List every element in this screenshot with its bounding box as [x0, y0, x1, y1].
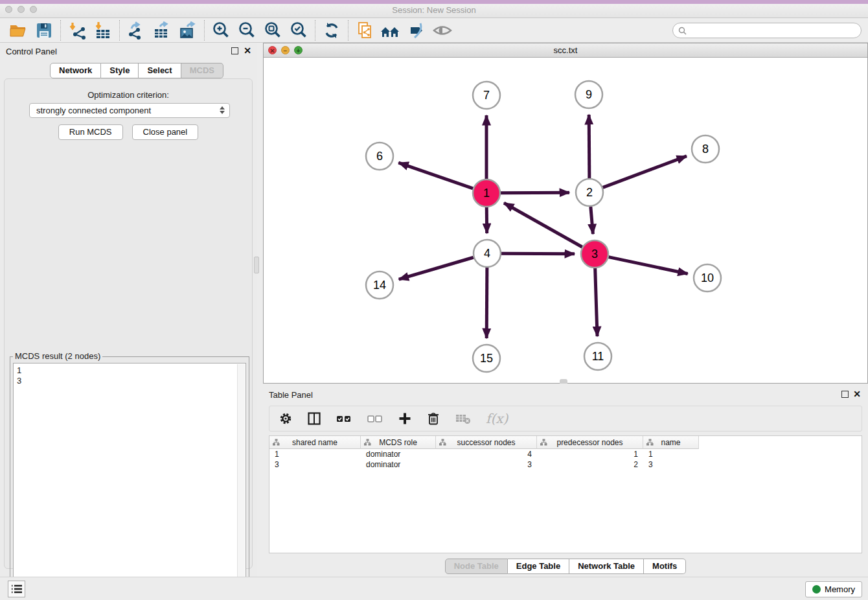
- network-canvas[interactable]: 7968124314101511: [264, 58, 867, 383]
- search-box[interactable]: [672, 23, 862, 38]
- home-button[interactable]: [378, 19, 404, 41]
- node-3[interactable]: 3: [581, 240, 608, 268]
- node-10[interactable]: 10: [694, 264, 721, 292]
- table-row[interactable]: 3dominator323: [269, 459, 862, 470]
- tab-network[interactable]: Network: [50, 63, 101, 78]
- tab-motifs[interactable]: Motifs: [644, 559, 686, 574]
- close-panel-button[interactable]: Close panel: [132, 124, 199, 140]
- edge-1-6[interactable]: [398, 163, 473, 189]
- import-table-button[interactable]: [90, 19, 116, 41]
- export-network-button[interactable]: [123, 19, 149, 41]
- node-label: 4: [484, 247, 490, 260]
- edge-3-10[interactable]: [609, 257, 688, 274]
- add-column-button[interactable]: [398, 409, 412, 428]
- column-header-label: name: [661, 438, 680, 447]
- edge-1-2[interactable]: [501, 192, 569, 193]
- table-panel-float-icon[interactable]: [841, 391, 849, 398]
- zoom-in-button[interactable]: [208, 19, 234, 41]
- table-cell[interactable]: dominator: [361, 449, 436, 459]
- tab-style[interactable]: Style: [101, 63, 139, 78]
- mcds-result-box[interactable]: 13: [13, 363, 246, 597]
- column-header-label: shared name: [292, 438, 337, 447]
- column-header-MCDS-role[interactable]: MCDS role: [361, 436, 436, 449]
- node-4[interactable]: 4: [474, 240, 501, 267]
- edge-3-11[interactable]: [595, 268, 597, 336]
- tab-network-table[interactable]: Network Table: [569, 559, 644, 574]
- zoom-fit-button[interactable]: [260, 19, 286, 41]
- tab-node-table[interactable]: Node Table: [445, 559, 508, 574]
- node-7[interactable]: 7: [473, 82, 500, 109]
- select-all-button[interactable]: [336, 409, 352, 428]
- import-network-button[interactable]: [64, 19, 90, 41]
- column-layout-button[interactable]: [307, 409, 321, 428]
- result-scrollbar[interactable]: [237, 364, 245, 595]
- edge-3-1[interactable]: [504, 203, 582, 247]
- table-panel-close-icon[interactable]: ✕: [853, 389, 861, 399]
- edge-4-15[interactable]: [486, 268, 487, 338]
- delete-column-button[interactable]: [426, 409, 440, 428]
- column-type-icon: [364, 439, 371, 446]
- column-header-predecessor-nodes[interactable]: predecessor nodes: [537, 436, 643, 449]
- edge-4-14[interactable]: [399, 257, 474, 279]
- zoom-selected-button[interactable]: [286, 19, 312, 41]
- table-row[interactable]: 1dominator411: [269, 449, 862, 459]
- export-table-button[interactable]: [149, 19, 175, 41]
- table-cell[interactable]: 4: [436, 449, 537, 459]
- refresh-view-button[interactable]: [319, 19, 345, 41]
- column-header-successor-nodes[interactable]: successor nodes: [436, 436, 537, 449]
- node-2[interactable]: 2: [576, 179, 603, 206]
- export-image-button[interactable]: [175, 19, 201, 41]
- table-cell[interactable]: 1: [537, 449, 643, 459]
- network-graph[interactable]: 7968124314101511: [264, 58, 867, 383]
- tab-select[interactable]: Select: [139, 63, 181, 78]
- node-6[interactable]: 6: [366, 143, 393, 170]
- toolbar-separator: [204, 20, 205, 41]
- node-9[interactable]: 9: [575, 81, 602, 108]
- task-history-button[interactable]: [8, 581, 25, 597]
- table-cell[interactable]: dominator: [361, 459, 436, 470]
- tab-mcds[interactable]: MCDS: [181, 63, 223, 78]
- edge-4-3[interactable]: [501, 253, 575, 254]
- edge-2-9[interactable]: [589, 115, 589, 178]
- node-8[interactable]: 8: [692, 135, 719, 163]
- run-mcds-button[interactable]: Run MCDS: [58, 124, 123, 140]
- zoom-out-button[interactable]: [234, 19, 260, 41]
- table-settings-button[interactable]: [279, 409, 293, 428]
- tab-edge-table[interactable]: Edge Table: [508, 559, 569, 574]
- criterion-select[interactable]: strongly connected component: [29, 103, 230, 118]
- table-cell[interactable]: 1: [643, 449, 699, 459]
- open-session-button[interactable]: [5, 19, 31, 41]
- hide-labels-button[interactable]: [404, 19, 429, 41]
- panel-splitter-handle[interactable]: [254, 257, 259, 273]
- table-cell[interactable]: 3: [436, 459, 537, 470]
- node-table[interactable]: shared nameMCDS rolesuccessor nodesprede…: [269, 435, 862, 553]
- search-input[interactable]: [690, 26, 861, 35]
- column-header-name[interactable]: name: [643, 436, 699, 449]
- function-builder-button[interactable]: f(x): [486, 411, 508, 426]
- column-layout-icon: [307, 411, 321, 426]
- edge-2-3[interactable]: [591, 207, 593, 234]
- export-image-icon: [178, 21, 198, 40]
- node-label: 1: [483, 187, 490, 200]
- node-15[interactable]: 15: [473, 345, 500, 372]
- column-header-shared-name[interactable]: shared name: [269, 436, 361, 449]
- control-panel-float-icon[interactable]: [231, 47, 238, 54]
- save-session-button[interactable]: [31, 19, 57, 41]
- table-cell[interactable]: 1: [269, 449, 361, 459]
- delete-table-button[interactable]: [455, 409, 472, 428]
- show-graphics-button[interactable]: [429, 19, 455, 41]
- node-11[interactable]: 11: [584, 343, 611, 370]
- network-resize-handle[interactable]: [560, 379, 567, 384]
- network-window-title: scc.txt: [264, 45, 867, 55]
- home-icon: [380, 21, 402, 40]
- node-1[interactable]: 1: [473, 179, 500, 207]
- node-14[interactable]: 14: [366, 271, 393, 299]
- table-cell[interactable]: 3: [643, 459, 699, 470]
- edge-2-8[interactable]: [603, 156, 687, 187]
- control-panel-close-icon[interactable]: ✕: [244, 45, 251, 56]
- table-cell[interactable]: 2: [537, 459, 643, 470]
- deselect-all-button[interactable]: [367, 409, 383, 428]
- memory-button[interactable]: Memory: [805, 581, 862, 597]
- clone-network-button[interactable]: [352, 19, 378, 41]
- table-cell[interactable]: 3: [269, 459, 361, 470]
